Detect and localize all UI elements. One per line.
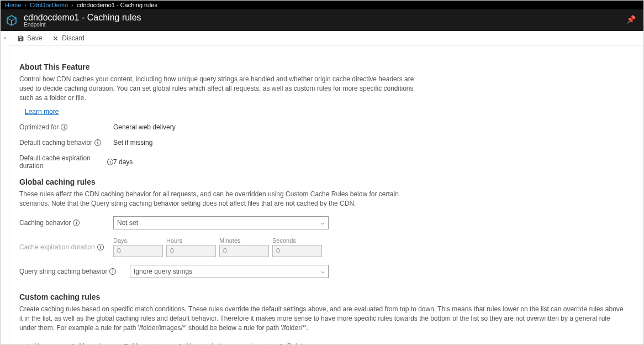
optimized-for-label: Optimized for i [19,123,113,131]
breadcrumb-home[interactable]: Home [5,2,21,8]
arrow-up-icon [25,343,31,345]
info-icon[interactable]: i [109,268,116,275]
seconds-input[interactable] [272,245,322,257]
breadcrumb: Home › CdnDocDemo › cdndocdemo1 - Cachin… [1,1,643,9]
move-down-button[interactable]: Move down [70,342,113,345]
caching-behavior-select[interactable]: Not set ⌵ [113,216,329,229]
custom-rules-heading: Custom caching rules [19,292,634,301]
discard-button[interactable]: Discard [52,34,85,42]
about-heading: About This Feature [19,62,634,71]
query-string-select[interactable]: Ignore query strings ⌵ [130,265,329,278]
endpoint-icon [5,14,18,27]
minutes-input[interactable] [219,245,269,257]
move-to-bottom-button[interactable]: Move to bottom [177,342,232,345]
default-behavior-value: Set if missing [113,139,152,147]
move-up-button[interactable]: Move up [25,342,60,345]
chevron-right-icon: › [71,2,73,8]
default-duration-label: Default cache expiration duration i [19,154,113,170]
info-icon[interactable]: i [61,124,67,130]
delete-button[interactable]: Delete [278,342,307,345]
optimized-for-value: General web delivery [113,123,176,131]
days-input[interactable] [113,245,163,257]
arrow-down-icon [70,343,76,345]
minutes-label: Minutes [219,237,269,244]
expand-handle[interactable]: » [1,31,9,345]
save-button[interactable]: Save [17,34,42,42]
hours-input[interactable] [166,245,216,257]
query-string-label: Query string caching behavior i [19,268,130,275]
default-behavior-label: Default caching behavior i [19,139,113,147]
default-duration-value: 7 days [113,158,133,166]
chevron-down-icon: ⌵ [321,268,325,275]
chevron-right-icon: › [24,2,27,8]
hours-label: Hours [166,237,216,244]
breadcrumb-level1[interactable]: CdnDocDemo [30,2,68,8]
chevron-down-icon: ⌵ [321,219,325,226]
caching-behavior-label: Caching behavior i [19,219,113,227]
page-header: cdndocdemo1 - Caching rules Endpoint 📌 [1,9,643,31]
days-label: Days [113,237,163,244]
arrow-bottom-icon [177,343,183,345]
seconds-label: Seconds [272,237,322,244]
cache-expiration-label: Cache expiration duration i [19,243,113,251]
info-icon[interactable]: i [73,219,80,226]
move-to-top-button[interactable]: Move to top [123,342,167,345]
breadcrumb-current: cdndocdemo1 - Caching rules [77,2,157,8]
info-icon[interactable]: i [97,244,104,250]
insert-icon [242,343,249,345]
save-icon [17,35,24,42]
global-rules-description: These rules affect the CDN caching behav… [19,190,417,208]
custom-rules-description: Create caching rules based on specific m… [19,305,627,332]
command-bar: Save Discard [9,31,643,46]
global-rules-heading: Global caching rules [19,177,634,186]
arrow-top-icon [123,343,129,345]
pin-icon[interactable]: 📌 [626,15,636,24]
info-icon[interactable]: i [94,139,101,146]
close-icon [52,35,59,42]
about-description: Control how CDN caches your content, inc… [19,75,417,102]
learn-more-link[interactable]: Learn more [25,108,59,116]
rules-toolbar: Move up Move down Move to top Move to bo… [25,342,634,345]
insert-button[interactable]: Insert [242,342,268,345]
trash-icon [278,343,284,345]
info-icon[interactable]: i [107,159,113,165]
